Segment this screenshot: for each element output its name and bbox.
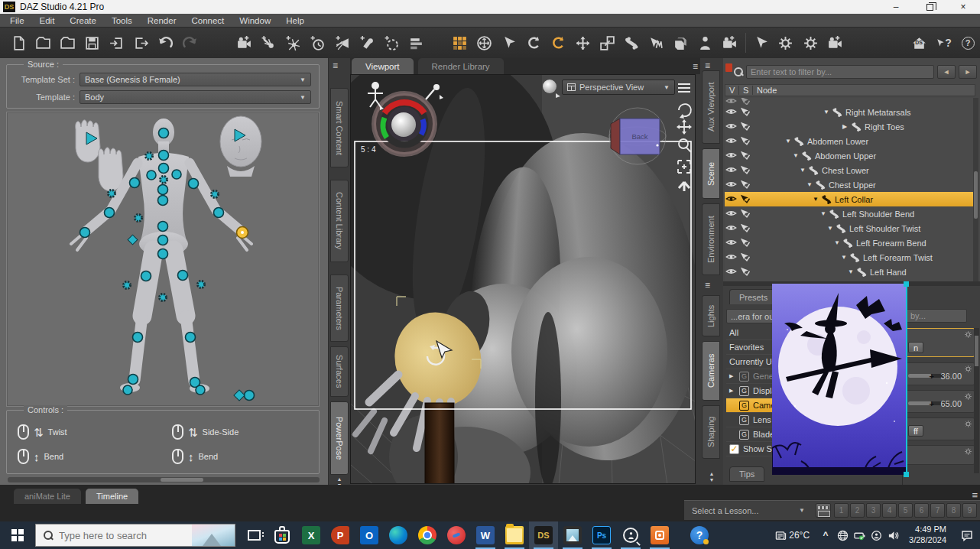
eye-icon[interactable] xyxy=(725,165,738,176)
save-icon[interactable] xyxy=(80,31,104,55)
scene-list-icon[interactable] xyxy=(404,31,428,55)
close-button[interactable]: × xyxy=(946,0,980,14)
tab-environment[interactable]: Environment xyxy=(702,203,720,275)
render-settings-icon[interactable] xyxy=(798,31,823,55)
tab-content-library[interactable]: Content Library xyxy=(330,180,349,262)
tab-viewport[interactable]: Viewport xyxy=(352,58,414,74)
taskbar-word[interactable]: W xyxy=(471,521,500,549)
selectable-icon[interactable] xyxy=(738,267,753,278)
tree-row[interactable]: ▼ Chest Upper xyxy=(725,177,974,192)
surface-tool-icon[interactable] xyxy=(669,31,693,55)
eye-icon[interactable] xyxy=(725,223,738,234)
open-file-icon[interactable] xyxy=(31,31,55,55)
eye-icon[interactable] xyxy=(725,238,738,249)
param-row[interactable] xyxy=(904,445,975,465)
lesson-button-2[interactable]: 2 xyxy=(850,503,865,518)
tab-surfaces[interactable]: Surfaces xyxy=(330,346,349,397)
search-highlight-image[interactable] xyxy=(192,525,235,547)
taskbar-search[interactable] xyxy=(35,524,235,547)
selectable-icon[interactable] xyxy=(738,252,753,263)
expand-arrow[interactable]: ▼ xyxy=(785,138,793,145)
param-row-value1[interactable]: + 36.00 xyxy=(904,362,975,385)
menu-create[interactable]: Create xyxy=(63,15,103,27)
param-row-headlamp[interactable]: n xyxy=(904,328,975,357)
selectable-icon[interactable] xyxy=(738,107,753,118)
new-file-icon[interactable] xyxy=(6,31,31,55)
volume-icon[interactable] xyxy=(884,521,901,549)
expand-arrow[interactable]: ▼ xyxy=(800,167,807,174)
eye-icon[interactable] xyxy=(725,267,738,278)
joint-editor-tool-icon[interactable] xyxy=(619,31,644,55)
expand-arrow[interactable]: ▶ xyxy=(842,123,850,130)
expand-arrow[interactable]: ▼ xyxy=(823,109,831,115)
tab-presets[interactable]: Presets xyxy=(729,289,777,304)
param-value[interactable]: 36.00 xyxy=(940,372,962,381)
toggle-on-button[interactable]: n xyxy=(908,342,923,353)
menu-help[interactable]: Help xyxy=(279,15,311,27)
open-recent-icon[interactable] xyxy=(55,31,80,55)
selectable-icon[interactable] xyxy=(738,209,753,219)
figure-tool-icon[interactable] xyxy=(693,31,718,55)
start-button[interactable] xyxy=(0,521,35,549)
camera-view-selector[interactable]: Perspective View ▼ xyxy=(562,80,675,95)
tab-lights[interactable]: Lights xyxy=(702,295,720,336)
taskbar-powerpoint[interactable]: P xyxy=(326,521,355,549)
tab-scroll-arrows[interactable]: ▲▼ xyxy=(700,471,723,484)
expand-arrow[interactable]: ▼ xyxy=(820,210,828,217)
tree-row[interactable]: ▶ Right Toes xyxy=(725,119,974,134)
expand-arrow[interactable]: ▼ xyxy=(848,268,855,275)
param-value[interactable]: 65.00 xyxy=(940,399,962,408)
panel-menu-icon[interactable]: ≡ xyxy=(693,61,697,72)
tab-cameras[interactable]: Cameras xyxy=(702,341,720,401)
selectable-icon[interactable] xyxy=(738,122,753,132)
panel-menu-icon[interactable]: ≡ xyxy=(705,280,709,291)
selectable-icon[interactable] xyxy=(738,194,753,205)
account-icon[interactable] xyxy=(868,521,884,549)
expand-arrow[interactable]: ▼ xyxy=(841,254,849,261)
selectable-icon[interactable] xyxy=(738,238,753,249)
tree-row[interactable]: ▼ Left Forearm Bend xyxy=(725,236,974,250)
taskbar-file-explorer[interactable] xyxy=(500,521,529,549)
filter-back-button[interactable]: ◄ xyxy=(937,65,956,79)
rotate-select-tool-icon[interactable] xyxy=(521,31,546,55)
tab-parameters[interactable]: Parameters xyxy=(330,274,349,342)
eye-icon[interactable] xyxy=(725,209,738,219)
expand-arrow[interactable]: ▼ xyxy=(834,239,842,246)
taskbar-excel[interactable]: X xyxy=(297,521,326,549)
temperature-widget[interactable]: 26°C xyxy=(789,530,810,541)
hidden-icons-chevron[interactable]: ^ xyxy=(817,521,834,549)
simulation-settings-icon[interactable] xyxy=(774,31,798,55)
network-icon[interactable] xyxy=(834,521,851,549)
eye-icon[interactable] xyxy=(725,194,738,205)
render-icon[interactable] xyxy=(823,31,847,55)
task-view-button[interactable] xyxy=(240,521,268,549)
panel-menu-icon[interactable]: ≡ xyxy=(705,60,709,71)
create-camera-icon[interactable] xyxy=(232,31,257,55)
news-widget-icon[interactable] xyxy=(772,521,789,549)
selectable-icon[interactable] xyxy=(738,223,753,234)
eye-icon[interactable] xyxy=(725,122,738,132)
tab-aux-viewport[interactable]: Aux Viewport xyxy=(702,70,720,144)
tab-powerpose[interactable]: PowerPose xyxy=(330,401,349,475)
tree-row[interactable]: ▼ Left Shoulder Bend xyxy=(725,206,974,221)
menu-tools[interactable]: Tools xyxy=(105,15,139,27)
battery-icon[interactable] xyxy=(851,521,868,549)
eye-icon[interactable] xyxy=(725,136,738,147)
notification-center-icon[interactable] xyxy=(954,521,980,549)
export-icon[interactable] xyxy=(128,31,153,55)
tree-row-selected[interactable]: ▼ Left Collar xyxy=(725,192,974,206)
taskbar-recorder-app[interactable] xyxy=(645,521,674,549)
panel-menu-icon[interactable]: ≡ xyxy=(333,60,337,71)
tree-row[interactable]: ▼ Left Shoulder Twist xyxy=(725,221,974,236)
taskbar-magnifier-app[interactable] xyxy=(616,521,645,549)
tree-row[interactable]: ▼ Left Forearm Twist xyxy=(725,250,974,265)
tab-animate-lite[interactable]: aniMate Lite xyxy=(14,489,81,504)
preset-thumbnail-image[interactable] xyxy=(772,284,907,475)
gear-icon[interactable] xyxy=(964,447,972,456)
scene-filter-input[interactable] xyxy=(746,65,934,79)
powerpose-icon[interactable] xyxy=(448,31,472,55)
active-rotate-tool-icon[interactable] xyxy=(546,31,570,55)
redo-icon[interactable] xyxy=(178,31,203,55)
help-icon[interactable]: ? xyxy=(956,31,980,55)
universal-tool-icon[interactable] xyxy=(472,31,497,55)
